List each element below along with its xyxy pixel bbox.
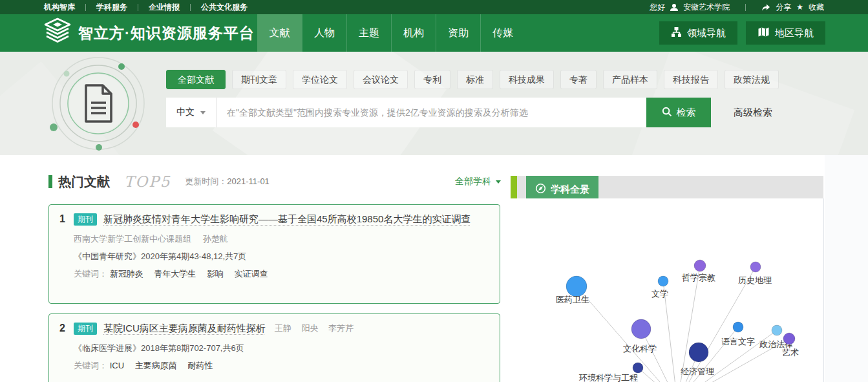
sitemap-icon [671, 27, 682, 39]
account-name[interactable]: 安徽艺术学院 [683, 2, 730, 13]
doc-type-sci-report[interactable]: 科技报告 [664, 70, 718, 89]
region-navigation-button[interactable]: 地区导航 [746, 21, 825, 45]
subject-bubble-label: 艺术 [782, 348, 799, 357]
region-navigation-label: 地区导航 [775, 27, 814, 39]
top-link-enterprise-intel[interactable]: 企业情报 [149, 2, 180, 13]
page-gutter [825, 155, 868, 382]
subject-bubble[interactable] [733, 322, 743, 332]
divider [190, 4, 191, 11]
keyword-link[interactable]: 青年大学生 [154, 269, 196, 279]
top-account-area: 您好 安徽艺术学院 分享 ★ 收藏 [650, 0, 824, 14]
doc-source[interactable]: 《中国青年研究》2020年第4期43-48,12,共7页 [59, 251, 489, 262]
doc-title-link[interactable]: 新冠肺炎疫情对青年大学生影响研究——基于全国45所高校19850名大学生的实证调… [103, 211, 471, 228]
subject-bubble[interactable] [658, 276, 668, 286]
search-hero-section: 全部文献 期刊文章 学位论文 会议论文 专利 标准 科技成果 专著 产品样本 科… [0, 52, 868, 155]
keyword-link[interactable]: 影响 [207, 269, 224, 279]
doc-type-sci-achievement[interactable]: 科技成果 [500, 70, 554, 89]
nav-tab-funding[interactable]: 资助 [436, 14, 480, 52]
subject-bubble[interactable] [694, 260, 706, 271]
bubble-link-line [577, 286, 677, 382]
subject-bubble[interactable] [631, 319, 651, 339]
search-input[interactable] [217, 98, 646, 127]
doc-type-thesis[interactable]: 学位论文 [293, 70, 347, 89]
nav-tab-topics[interactable]: 主题 [346, 14, 391, 52]
keyword-link[interactable]: 新冠肺炎 [110, 269, 143, 279]
subject-filter-value: 全部学科 [455, 176, 491, 187]
search-button[interactable]: 检索 [646, 98, 711, 127]
domain-navigation-button[interactable]: 领域导航 [659, 21, 737, 45]
subject-bubble[interactable] [750, 262, 761, 272]
author-link[interactable]: 孙楚航 [203, 234, 228, 244]
author-link[interactable]: 王静 [275, 323, 291, 333]
update-time-date: 2021-11-01 [227, 176, 270, 186]
language-select[interactable]: 中文 [166, 98, 217, 127]
nav-tab-people[interactable]: 人物 [302, 14, 346, 52]
compass-icon [535, 183, 546, 196]
doc-type-conference-paper[interactable]: 会议论文 [354, 70, 408, 89]
doc-title-link[interactable]: 某院ICU病区主要病原菌及耐药性探析 [103, 320, 266, 337]
subject-bubble-label: 医药卫生 [556, 295, 589, 304]
subject-panorama-panel: 医药卫生文学哲学宗教历史地理文化科学语言文字政治法律艺术经济管理环境科学与工程 [517, 198, 824, 382]
divider [745, 4, 746, 11]
star-icon: ★ [796, 3, 803, 11]
subject-bubble-label: 哲学宗教 [681, 273, 715, 282]
primary-nav-tabs: 文献 人物 主题 机构 资助 传媒 [257, 14, 525, 52]
subject-bubble[interactable] [689, 343, 708, 362]
nav-tab-media[interactable]: 传媒 [480, 14, 525, 52]
top-link-institution-think-tank[interactable]: 机构智库 [44, 2, 75, 13]
keyword-link[interactable]: 耐药性 [187, 361, 213, 370]
nav-tab-literature[interactable]: 文献 [257, 14, 302, 52]
subject-bubble[interactable] [633, 363, 643, 373]
advanced-search-link[interactable]: 高级检索 [734, 98, 772, 127]
subject-filter-dropdown[interactable]: 全部学科 [455, 176, 501, 187]
logo-cube-icon [43, 17, 72, 48]
greeting-text: 您好 [650, 2, 665, 13]
keyword-link[interactable]: 主要病原菌 [135, 361, 177, 370]
doc-type-product-sample[interactable]: 产品样本 [603, 70, 657, 89]
keywords-label: 关键词： [74, 361, 107, 370]
subject-bubble-label: 历史地理 [738, 275, 772, 285]
top-link-public-culture[interactable]: 公共文化服务 [201, 2, 248, 13]
top-links: 机构智库 学科服务 企业情报 公共文化服务 [44, 0, 248, 14]
subject-bubble-chart: 医药卫生文学哲学宗教历史地理文化科学语言文字政治法律艺术经济管理环境科学与工程 [517, 198, 823, 382]
subject-bubble-label: 语言文字 [721, 337, 755, 346]
subject-bubble-label: 经济管理 [681, 366, 714, 376]
doc-type-patent[interactable]: 专利 [414, 70, 450, 89]
top-link-subject-service[interactable]: 学科服务 [96, 2, 127, 13]
share-button[interactable]: 分享 [776, 2, 791, 13]
subject-bubble[interactable] [566, 276, 587, 297]
document-emblem [47, 52, 150, 155]
divider [138, 4, 138, 11]
doc-type-policy[interactable]: 政策法规 [725, 70, 779, 89]
author-link[interactable]: 李芳芹 [328, 323, 354, 333]
subject-bubble[interactable] [772, 325, 782, 335]
subject-bubble[interactable] [783, 333, 795, 345]
map-icon [757, 27, 770, 39]
site-logo[interactable]: 智立方·知识资源服务平台 [43, 14, 255, 52]
subject-bubble-label: 文学 [651, 289, 668, 299]
chevron-down-icon [496, 180, 501, 184]
doc-type-journal-article[interactable]: 期刊文章 [232, 70, 286, 89]
language-select-value: 中文 [176, 107, 195, 118]
favorite-button[interactable]: 收藏 [809, 2, 824, 13]
doc-keywords: 关键词： ICU 主要病原菌 耐药性 [59, 360, 489, 372]
main-navbar: 智立方·知识资源服务平台 文献 人物 主题 机构 资助 传媒 领域导航 地区导航 [0, 14, 868, 52]
doc-source[interactable]: 《临床医学进展》2018年第8期702-707,共6页 [59, 343, 489, 354]
keyword-link[interactable]: ICU [110, 361, 124, 370]
keyword-link[interactable]: 实证调查 [235, 269, 268, 279]
nav-tab-institutions[interactable]: 机构 [391, 14, 436, 52]
top-utility-bar: 机构智库 学科服务 企业情报 公共文化服务 您好 安徽艺术学院 分享 ★ 收藏 [0, 0, 868, 14]
search-bar: 中文 检索 [166, 98, 711, 127]
bubble-link-line [677, 266, 700, 382]
subject-panorama-label: 学科全景 [551, 184, 589, 196]
doc-authors: 王静 阳央 李芳芹 [275, 320, 361, 337]
author-link[interactable]: 阳央 [301, 323, 318, 333]
search-icon [662, 107, 672, 119]
doc-type-monograph[interactable]: 专著 [560, 70, 597, 89]
doc-type-standard[interactable]: 标准 [457, 70, 493, 89]
domain-navigation-label: 领域导航 [687, 27, 726, 39]
hot-doc-card-2: 2 期刊 某院ICU病区主要病原菌及耐药性探析 王静 阳央 李芳芹 《临床医学进… [48, 313, 500, 382]
doc-type-all[interactable]: 全部文献 [166, 70, 226, 89]
author-link[interactable]: 西南大学新学工创新中心课题组 [74, 234, 191, 244]
rank-number: 2 [59, 320, 74, 337]
